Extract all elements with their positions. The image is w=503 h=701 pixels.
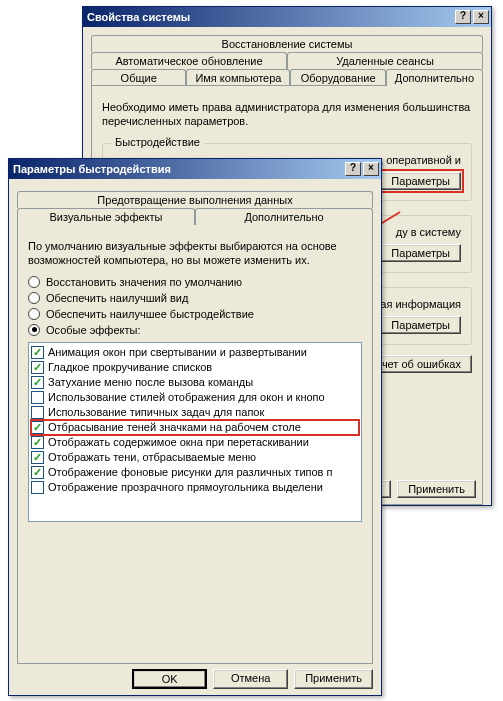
effect-item[interactable]: Использование типичных задач для папок bbox=[31, 405, 359, 420]
effect-label: Использование типичных задач для папок bbox=[48, 406, 264, 418]
checkbox-icon[interactable] bbox=[31, 451, 44, 464]
ok-button[interactable]: OK bbox=[132, 669, 207, 689]
dialog-footer: OK Отмена Применить bbox=[17, 669, 373, 689]
close-button[interactable]: × bbox=[363, 162, 379, 176]
admin-note: Необходимо иметь права администратора дл… bbox=[102, 100, 472, 129]
visual-effects-intro: По умолчанию визуальные эффекты выбирают… bbox=[28, 239, 362, 268]
tab-row: Автоматическое обновление Удаленные сеан… bbox=[91, 52, 483, 69]
radio-label: Обеспечить наилучшее быстродействие bbox=[46, 308, 254, 320]
performance-options-window: Параметры быстродействия ? × Предотвраще… bbox=[8, 158, 382, 696]
titlebar[interactable]: Параметры быстродействия ? × bbox=[9, 159, 381, 179]
radio-label: Обеспечить наилучший вид bbox=[46, 292, 188, 304]
window-title: Параметры быстродействия bbox=[13, 163, 343, 175]
performance-settings-button[interactable]: Параметры bbox=[380, 172, 461, 190]
checkbox-icon[interactable] bbox=[31, 391, 44, 404]
radio-option[interactable]: Особые эффекты: bbox=[28, 324, 362, 336]
tab-system-restore[interactable]: Восстановление системы bbox=[91, 35, 483, 52]
tab-auto-updates[interactable]: Автоматическое обновление bbox=[91, 52, 287, 69]
radio-label: Особые эффекты: bbox=[46, 324, 140, 336]
effect-label: Отображать содержимое окна при перетаски… bbox=[48, 436, 309, 448]
effect-item[interactable]: Отображение фоновые рисунки для различны… bbox=[31, 465, 359, 480]
checkbox-icon[interactable] bbox=[31, 466, 44, 479]
effect-item[interactable]: Использование стилей отображения для око… bbox=[31, 390, 359, 405]
checkbox-icon[interactable] bbox=[31, 346, 44, 359]
tab-general[interactable]: Общие bbox=[91, 69, 186, 86]
radio-icon bbox=[28, 292, 40, 304]
close-button[interactable]: × bbox=[473, 10, 489, 24]
effect-label: Затухание меню после вызова команды bbox=[48, 376, 253, 388]
checkbox-icon[interactable] bbox=[31, 361, 44, 374]
tab-row: Общие Имя компьютера Оборудование Дополн… bbox=[91, 69, 483, 86]
radio-icon bbox=[28, 276, 40, 288]
profiles-settings-button[interactable]: Параметры bbox=[380, 244, 461, 262]
window-body: Предотвращение выполнения данных Визуаль… bbox=[9, 179, 381, 695]
group-legend: Быстродействие bbox=[111, 136, 204, 148]
radio-group: Восстановить значения по умолчаниюОбеспе… bbox=[28, 276, 362, 336]
apply-button[interactable]: Применить bbox=[294, 669, 373, 689]
effect-label: Гладкое прокручивание списков bbox=[48, 361, 212, 373]
radio-option[interactable]: Обеспечить наилучшее быстродействие bbox=[28, 308, 362, 320]
radio-option[interactable]: Восстановить значения по умолчанию bbox=[28, 276, 362, 288]
tab-visual-effects[interactable]: Визуальные эффекты bbox=[17, 208, 195, 225]
checkbox-icon[interactable] bbox=[31, 436, 44, 449]
cancel-button[interactable]: Отмена bbox=[213, 669, 288, 689]
effect-item[interactable]: Отображение прозрачного прямоугольника в… bbox=[31, 480, 359, 495]
effect-item[interactable]: Анимация окон при свертывании и разверты… bbox=[31, 345, 359, 360]
tab-advanced[interactable]: Дополнительно bbox=[386, 69, 483, 86]
titlebar[interactable]: Свойства системы ? × bbox=[83, 7, 491, 27]
tab-row: Предотвращение выполнения данных bbox=[17, 191, 373, 208]
tab-row: Визуальные эффекты Дополнительно bbox=[17, 208, 373, 225]
effect-item[interactable]: Отображать тени, отбрасываемые меню bbox=[31, 450, 359, 465]
tab-advanced[interactable]: Дополнительно bbox=[195, 208, 373, 225]
effect-item[interactable]: Отбрасывание теней значками на рабочем с… bbox=[31, 420, 359, 435]
help-button[interactable]: ? bbox=[345, 162, 361, 176]
radio-icon bbox=[28, 308, 40, 320]
radio-icon bbox=[28, 324, 40, 336]
tab-row: Восстановление системы bbox=[91, 35, 483, 52]
radio-option[interactable]: Обеспечить наилучший вид bbox=[28, 292, 362, 304]
window-title: Свойства системы bbox=[87, 11, 453, 23]
tab-panel-visual-effects: По умолчанию визуальные эффекты выбирают… bbox=[17, 224, 373, 664]
effect-label: Анимация окон при свертывании и разверты… bbox=[48, 346, 307, 358]
effect-item[interactable]: Гладкое прокручивание списков bbox=[31, 360, 359, 375]
checkbox-icon[interactable] bbox=[31, 421, 44, 434]
effect-label: Использование стилей отображения для око… bbox=[48, 391, 325, 403]
checkbox-icon[interactable] bbox=[31, 481, 44, 494]
tab-remote[interactable]: Удаленные сеансы bbox=[287, 52, 483, 69]
effect-label: Отбрасывание теней значками на рабочем с… bbox=[48, 421, 301, 433]
startup-settings-button[interactable]: Параметры bbox=[380, 316, 461, 334]
effect-label: Отображать тени, отбрасываемые меню bbox=[48, 451, 256, 463]
tab-hardware[interactable]: Оборудование bbox=[290, 69, 385, 86]
checkbox-icon[interactable] bbox=[31, 376, 44, 389]
effect-item[interactable]: Отображать содержимое окна при перетаски… bbox=[31, 435, 359, 450]
radio-label: Восстановить значения по умолчанию bbox=[46, 276, 242, 288]
effects-listbox[interactable]: Анимация окон при свертывании и разверты… bbox=[28, 342, 362, 522]
effect-label: Отображение фоновые рисунки для различны… bbox=[48, 466, 332, 478]
tab-computer-name[interactable]: Имя компьютера bbox=[186, 69, 290, 86]
apply-button[interactable]: Применить bbox=[397, 480, 476, 498]
help-button[interactable]: ? bbox=[455, 10, 471, 24]
effect-item[interactable]: Затухание меню после вызова команды bbox=[31, 375, 359, 390]
effect-label: Отображение прозрачного прямоугольника в… bbox=[48, 481, 323, 493]
tab-dep[interactable]: Предотвращение выполнения данных bbox=[17, 191, 373, 208]
checkbox-icon[interactable] bbox=[31, 406, 44, 419]
